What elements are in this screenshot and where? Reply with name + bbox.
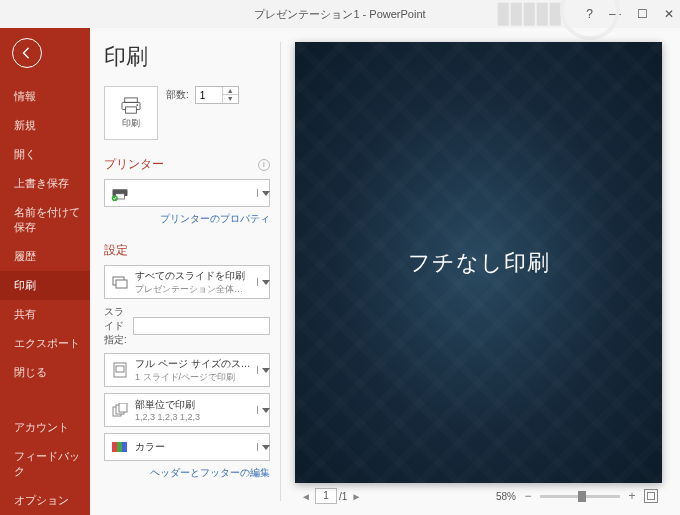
copies-spinner[interactable]: ▲▼ [195, 86, 239, 104]
slides-icon [111, 274, 129, 290]
sidebar-item[interactable]: 閉じる [0, 358, 90, 387]
layout-dropdown[interactable]: フル ページ サイズのスライド 1 スライド/ページで印刷 [104, 353, 270, 387]
print-preview-panel: フチなし印刷 ◄ 1 /1 ► 58% − + [281, 28, 680, 515]
copies-up[interactable]: ▲ [223, 87, 238, 95]
next-page-button[interactable]: ► [349, 488, 363, 504]
copies-down[interactable]: ▼ [223, 95, 238, 103]
page-icon [111, 362, 129, 378]
svg-rect-15 [117, 442, 122, 452]
back-arrow-icon [20, 46, 34, 60]
collate-line1: 部単位で印刷 [135, 398, 251, 412]
print-button[interactable]: 印刷 [104, 86, 158, 140]
page-current[interactable]: 1 [315, 488, 337, 504]
page-total: /1 [339, 491, 347, 502]
window-title: プレゼンテーション1 - PowerPoint [254, 7, 425, 22]
close-button[interactable]: ✕ [664, 7, 674, 21]
chevron-down-icon [257, 443, 265, 451]
back-button[interactable] [12, 38, 42, 68]
sidebar-item[interactable]: エクスポート [0, 329, 90, 358]
color-icon [111, 440, 129, 454]
sidebar-item[interactable]: 共有 [0, 300, 90, 329]
sidebar-item[interactable]: 名前を付けて保存 [0, 198, 90, 242]
sidebar-item[interactable]: フィードバック [0, 442, 90, 486]
page-title: 印刷 [104, 42, 270, 72]
printer-heading: プリンター [104, 156, 164, 173]
color-line1: カラー [135, 440, 251, 454]
svg-rect-0 [125, 97, 138, 102]
slide-preview: フチなし印刷 [295, 42, 662, 483]
collate-line2: 1,2,3 1,2,3 1,2,3 [135, 412, 251, 422]
sidebar-item[interactable]: 履歴 [0, 242, 90, 271]
scope-line1: すべてのスライドを印刷 [135, 269, 251, 283]
print-settings-panel: 印刷 印刷 部数: ▲▼ [90, 28, 280, 515]
copies-input[interactable] [196, 87, 222, 103]
sidebar-item[interactable]: オプション [0, 486, 90, 515]
svg-rect-14 [112, 442, 117, 452]
sidebar-item[interactable]: 新規 [0, 111, 90, 140]
sidebar-item[interactable]: 開く [0, 140, 90, 169]
page-navigator: ◄ 1 /1 ► [299, 488, 363, 504]
print-scope-dropdown[interactable]: すべてのスライドを印刷 プレゼンテーション全体を印刷 [104, 265, 270, 299]
svg-rect-16 [122, 442, 127, 452]
header-footer-link[interactable]: ヘッダーとフッターの編集 [104, 467, 270, 480]
chevron-down-icon [257, 278, 265, 286]
sidebar-item[interactable]: 情報 [0, 82, 90, 111]
title-bar: プレゼンテーション1 - PowerPoint ▮▮▮▮▮ ? — ☐ ✕ [0, 0, 680, 28]
maximize-button[interactable]: ☐ [637, 7, 648, 21]
zoom-in-button[interactable]: + [626, 489, 638, 503]
slide-spec-label: スライド指定: [104, 305, 129, 347]
slide-spec-input[interactable] [133, 317, 270, 335]
printer-info-icon[interactable]: i [258, 159, 270, 171]
layout-line1: フル ページ サイズのスライド [135, 357, 251, 371]
prev-page-button[interactable]: ◄ [299, 488, 313, 504]
backstage-decoration: ▮▮▮▮▮ [495, 0, 560, 29]
zoom-label: 58% [496, 491, 516, 502]
printer-icon [120, 97, 142, 115]
sidebar-item[interactable]: 上書き保存 [0, 169, 90, 198]
layout-line2: 1 スライド/ページで印刷 [135, 371, 251, 384]
printer-properties-link[interactable]: プリンターのプロパティ [104, 213, 270, 226]
chevron-down-icon [257, 189, 265, 197]
copies-label: 部数: [166, 88, 189, 102]
collate-icon [111, 403, 129, 417]
svg-rect-2 [126, 106, 137, 112]
backstage-sidebar: 情報新規開く上書き保存名前を付けて保存履歴印刷共有エクスポート閉じる アカウント… [0, 28, 90, 515]
printer-status-icon [111, 185, 129, 201]
color-dropdown[interactable]: カラー [104, 433, 270, 461]
zoom-out-button[interactable]: − [522, 489, 534, 503]
collate-dropdown[interactable]: 部単位で印刷 1,2,3 1,2,3 1,2,3 [104, 393, 270, 427]
zoom-slider[interactable] [540, 495, 620, 498]
help-button[interactable]: ? [586, 7, 593, 21]
print-button-label: 印刷 [122, 117, 140, 130]
scope-line2: プレゼンテーション全体を印刷 [135, 283, 251, 296]
printer-dropdown[interactable] [104, 179, 270, 207]
fit-to-window-button[interactable] [644, 489, 658, 503]
sidebar-item[interactable]: 印刷 [0, 271, 90, 300]
settings-heading: 設定 [104, 242, 128, 259]
slide-text: フチなし印刷 [408, 248, 550, 278]
zoom-controls: 58% − + [496, 489, 658, 503]
sidebar-item[interactable]: アカウント [0, 413, 90, 442]
svg-point-3 [136, 104, 138, 106]
svg-rect-8 [116, 280, 127, 288]
svg-rect-13 [119, 403, 127, 412]
chevron-down-icon [257, 406, 265, 414]
chevron-down-icon [257, 366, 265, 374]
minimize-button[interactable]: — [609, 7, 621, 21]
